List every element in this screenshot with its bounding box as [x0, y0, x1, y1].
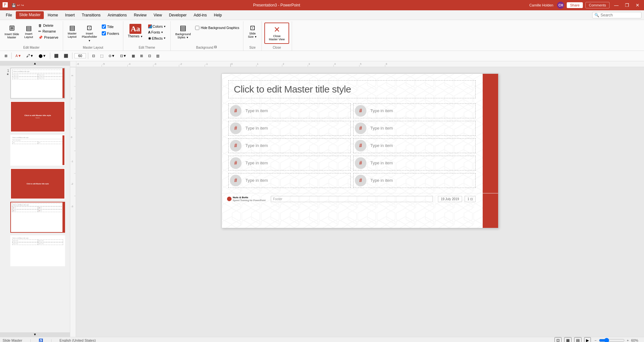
- title-checkbox[interactable]: [102, 24, 106, 29]
- ruler-horizontal: -6 -5 -4 -3 -2 -1 0 1 2 3 4: [70, 61, 644, 67]
- slide-img-5[interactable]: Click to edit Master title style # item …: [10, 202, 65, 233]
- slide-img-6[interactable]: Click to edit Master title style Type in…: [10, 235, 65, 266]
- slide-thumb-5[interactable]: Click to edit Master title style # item …: [1, 201, 69, 233]
- minimize-button[interactable]: —: [612, 2, 620, 8]
- footer-page[interactable]: 1 ⊡: [465, 196, 476, 202]
- item-row-2-right[interactable]: # Type in item: [353, 121, 476, 136]
- share-button[interactable]: Share: [567, 2, 582, 8]
- format-btn5[interactable]: ▦: [130, 53, 137, 59]
- zoom-in-btn[interactable]: +: [626, 338, 630, 342]
- fonts-dropdown[interactable]: A Fonts ▼: [146, 30, 168, 35]
- layout-btn[interactable]: ⊞: [3, 53, 9, 59]
- slide-canvas[interactable]: Click to edit Master title style # Type …: [222, 73, 498, 228]
- insert-placeholder-button[interactable]: ⊡ InsertPlaceholder ▼: [80, 23, 99, 44]
- item-text-3-right: Type in item: [368, 141, 475, 151]
- search-input[interactable]: [601, 13, 639, 17]
- menu-slide-master[interactable]: Slide Master: [16, 11, 44, 19]
- highlight-btn[interactable]: 🖍▼: [24, 53, 35, 59]
- footer-placeholder[interactable]: Footer: [271, 196, 433, 202]
- item-row-3-left[interactable]: # Type in item: [228, 138, 351, 153]
- background-expand[interactable]: ⊡: [213, 45, 218, 49]
- zoom-level[interactable]: 60%: [631, 338, 641, 342]
- slide-thumb-4[interactable]: Click to edit Master title style: [1, 168, 69, 200]
- insert-layout-button[interactable]: ▤ InsertLayout: [22, 23, 35, 40]
- slide-sorter-btn[interactable]: ▦: [564, 337, 572, 342]
- shape-fill-btn[interactable]: ⬤▼: [37, 53, 48, 59]
- zoom-out-btn[interactable]: −: [593, 338, 597, 342]
- zoom-slider[interactable]: [599, 338, 625, 342]
- title-check[interactable]: Title: [100, 24, 120, 29]
- slide-title-box[interactable]: Click to edit Master title style: [228, 80, 476, 98]
- maximize-button[interactable]: ❐: [623, 2, 631, 8]
- rename-button[interactable]: ✏ Rename: [36, 29, 60, 34]
- master-layout-button[interactable]: ▤ MasterLayout: [66, 23, 79, 40]
- quick-access: 💾 ↩ ↪: [12, 3, 24, 7]
- item-row-2-left[interactable]: # Type in item: [228, 121, 351, 136]
- background-styles-button[interactable]: ▤ BackgroundStyles ▼: [173, 23, 193, 41]
- slide-img-2[interactable]: Click to edit Master title style Subtitl…: [10, 101, 65, 132]
- close-button[interactable]: ✕: [634, 2, 641, 8]
- menu-add-ins[interactable]: Add-ins: [191, 12, 210, 19]
- language[interactable]: English (United States): [60, 338, 96, 342]
- sidebar-scroll-down[interactable]: ▼: [0, 332, 70, 337]
- zoom-input[interactable]: [74, 53, 86, 58]
- format-btn8[interactable]: ▥: [154, 53, 161, 59]
- menu-developer[interactable]: Developer: [166, 12, 190, 19]
- format-btn2[interactable]: ⬚: [98, 53, 105, 59]
- item-row-1-right[interactable]: # Type in item: [353, 103, 476, 118]
- themes-button[interactable]: Aa Themes ▼: [126, 23, 145, 39]
- reading-view-btn[interactable]: ▤: [574, 337, 582, 342]
- comments-button[interactable]: Comments: [585, 2, 610, 8]
- preserve-button[interactable]: 📌 Preserve: [36, 35, 60, 40]
- insert-slide-master-button[interactable]: ⊞ Insert SlideMaster: [3, 23, 21, 41]
- themes-label: Themes ▼: [128, 34, 143, 38]
- item-row-4-right[interactable]: # Type in item: [353, 156, 476, 171]
- footer-date[interactable]: 19 July 2019: [438, 196, 462, 202]
- item-row-1-left[interactable]: # Type in item: [228, 103, 351, 118]
- slide-img-1[interactable]: Click to edit Master title style • Type …: [10, 68, 65, 99]
- footers-check[interactable]: Footers: [100, 31, 120, 36]
- slide-thumb-1[interactable]: 1 ★ Click to edit Master title style • T…: [1, 67, 69, 99]
- accessibility-icon[interactable]: ♿: [39, 338, 43, 342]
- colors-dropdown[interactable]: Colors ▼: [146, 24, 168, 29]
- item-row-4-left[interactable]: # Type in item: [228, 156, 351, 171]
- menu-review[interactable]: Review: [131, 12, 150, 19]
- font-color-btn[interactable]: A▼: [14, 53, 23, 59]
- slide-img-3[interactable]: Click to edit Master title style Click t…: [10, 135, 65, 166]
- menu-animations[interactable]: Animations: [104, 12, 130, 19]
- menu-transitions[interactable]: Transitions: [79, 12, 104, 19]
- item-row-5-left[interactable]: # Type in item: [228, 173, 351, 188]
- menu-home[interactable]: Home: [44, 12, 61, 19]
- fonts-label: Fonts: [151, 30, 160, 34]
- align-left[interactable]: ⬛: [52, 53, 61, 59]
- colors-label: Colors: [153, 24, 163, 28]
- format-btn3[interactable]: ⊙▼: [107, 53, 117, 59]
- slide-img-4[interactable]: Click to edit Master title style: [10, 168, 65, 199]
- slide-thumb-6[interactable]: Click to edit Master title style Type in…: [1, 235, 69, 267]
- format-btn6[interactable]: ⊞: [138, 53, 145, 59]
- effects-dropdown[interactable]: ◉ Effects ▼: [146, 35, 168, 41]
- slide-thumb-2[interactable]: Click to edit Master title style Subtitl…: [1, 101, 69, 133]
- sidebar-scroll-up[interactable]: ▲: [0, 61, 70, 66]
- align-center[interactable]: ⬛: [62, 53, 70, 59]
- hide-bg-checkbox[interactable]: [195, 26, 199, 30]
- menu-help[interactable]: Help: [211, 12, 225, 19]
- footers-checkbox[interactable]: [102, 31, 106, 35]
- close-master-view-button[interactable]: ✕ CloseMaster View: [264, 23, 289, 44]
- normal-view-btn[interactable]: ⊡: [554, 337, 562, 342]
- format-btn7[interactable]: ⊡: [146, 53, 153, 59]
- slideshow-btn[interactable]: ▶: [584, 337, 591, 342]
- menu-view[interactable]: View: [150, 12, 165, 19]
- menu-file[interactable]: File: [3, 12, 15, 19]
- slide-size-button[interactable]: ⊡ SlideSize ▼: [246, 23, 259, 40]
- format-btn1[interactable]: ⊡: [90, 53, 97, 59]
- format-btn4[interactable]: ⊡▼: [118, 53, 128, 59]
- hide-bg-check[interactable]: Hide Background Graphics: [194, 25, 241, 31]
- item-row-5-right[interactable]: # Type in item: [353, 173, 476, 188]
- slide-thumb-3[interactable]: Click to edit Master title style Click t…: [1, 134, 69, 166]
- user-avatar[interactable]: CH: [557, 2, 564, 9]
- item-row-3-right[interactable]: # Type in item: [353, 138, 476, 153]
- sep3: [72, 53, 72, 59]
- menu-insert[interactable]: Insert: [62, 12, 78, 19]
- delete-button[interactable]: 🗑 Delete: [36, 23, 60, 28]
